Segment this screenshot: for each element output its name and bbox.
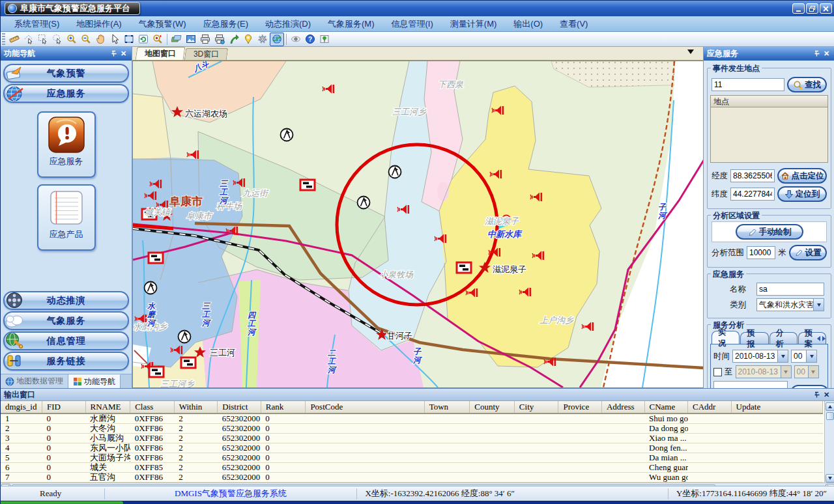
element-filter-box[interactable] [713,381,788,388]
nav-group-应急服务[interactable]: 应急服务 [3,84,129,103]
toolbar-scene-button[interactable] [184,33,198,46]
location-list-header[interactable]: 地点 [710,95,828,107]
column-header-Address[interactable]: Address [601,401,644,413]
pin-icon[interactable] [109,49,119,59]
menu-item-7[interactable]: 测量计算(M) [442,17,506,31]
menu-item-3[interactable]: 应急服务(E) [195,17,257,31]
toolbar-layers-button[interactable] [169,33,184,46]
toolbar-placemark-button[interactable] [241,33,255,46]
table-row[interactable]: 10水磨沟0XFF8626523020000Shui mo gou [1,413,823,424]
minimize-button[interactable] [792,3,805,14]
toolbar-select-free-button[interactable] [50,33,65,46]
table-row[interactable]: 30小马厩沟0XFF8626523020000Xiao ma ... [1,434,823,443]
table-row[interactable]: 70五官沟0XFF8626523020000Wu guan gou [1,473,823,483]
latitude-input[interactable] [730,188,775,201]
menu-item-9[interactable]: 查看(V) [551,17,596,31]
column-header-FID[interactable]: FID [42,401,85,413]
column-header-dmgis_id[interactable]: dmgis_id [1,401,42,413]
column-header-Provice[interactable]: Provice [558,401,602,413]
analysis-range-input[interactable] [747,246,775,259]
map-tab-dropdown-icon[interactable] [687,49,694,57]
output-vertical-scrollbar[interactable] [824,401,834,483]
column-header-CAddr[interactable]: CAddr [688,401,732,413]
nav-group-气象服务[interactable]: 气象服务 [3,311,129,330]
column-header-District[interactable]: District [218,401,261,413]
service-name-input[interactable] [756,283,824,296]
table-row[interactable]: 60城关0XFF8526523020000Cheng guan [1,463,823,473]
hour-combo[interactable]: 00 [791,350,817,363]
toolbar-print-color-button[interactable] [212,33,227,46]
menu-item-4[interactable]: 动态推演(D) [257,17,319,31]
column-header-Rank[interactable]: Rank [261,401,306,413]
service-type-combo[interactable]: 气象和洪水灾害 [756,298,824,311]
menu-item-0[interactable]: 系统管理(S) [6,17,68,31]
map-canvas[interactable]: 八斗六运湖农场三工河乡下西泉九运街阜康市城关镇阜康市种牛场滋泥泉子中新水库滋泥泉… [132,61,703,388]
toolbar-arrow-green-button[interactable] [227,33,241,46]
location-search-input[interactable] [712,78,784,91]
column-header-Update[interactable]: Update [731,401,822,413]
column-header-Town[interactable]: Town [424,401,470,413]
menu-item-1[interactable]: 地图操作(A) [68,17,130,31]
toolbar-globe-button[interactable] [270,33,284,46]
to-date-checkbox[interactable] [713,368,722,376]
toolbar-ruler-button[interactable] [7,33,22,46]
nav-tab-功能导航[interactable]: 功能导航 [68,374,121,388]
column-header-RNAME[interactable]: RNAME [85,401,130,413]
nav-group-气象预警[interactable]: 气象预警 [3,64,129,83]
menu-item-6[interactable]: 信息管理(I) [383,17,442,31]
menu-item-8[interactable]: 输出(O) [505,17,551,31]
column-header-Class[interactable]: Class [130,401,175,413]
nav-tab-地图数据管理[interactable]: 地图数据管理 [1,374,68,388]
nav-group-动态推演[interactable]: 动态推演 [3,291,129,310]
toolbar-extent-button[interactable] [122,33,136,46]
toolbar-tree-button[interactable] [317,33,332,46]
column-header-Within[interactable]: Within [174,401,218,413]
map-tab-地图窗口[interactable]: 地图窗口 [136,47,186,60]
set-range-button[interactable]: 设置 [789,245,827,260]
toolbar-print-button[interactable] [198,33,212,46]
menu-item-2[interactable]: 气象预警(W) [130,17,195,31]
scroll-up-icon[interactable] [826,402,834,411]
locate-to-button[interactable]: 定位到 [777,186,827,202]
toolbar-eye-button[interactable] [289,33,303,46]
toolbar-zoom-out-button[interactable] [79,33,93,46]
longitude-input[interactable] [730,169,775,182]
restore-button[interactable] [806,3,818,14]
chevron-down-icon[interactable] [806,350,816,362]
location-list[interactable] [710,107,828,163]
analysis-tab-预报[interactable]: 预报 [740,332,768,344]
tab-scroll-left-icon[interactable] [814,335,820,342]
nav-group-信息管理[interactable]: 信息管理 [3,331,129,350]
close-icon[interactable]: ✕ [822,49,831,59]
toolbar-grip[interactable] [2,33,5,45]
tab-scroll-right-icon[interactable] [822,335,828,342]
toolbar-identify-button[interactable] [151,33,165,46]
nav-button-应急服务[interactable]: 应急服务 [37,111,96,178]
nav-group-服务链接[interactable]: 服务链接 [3,352,129,371]
toolbar-refresh-button[interactable] [136,33,151,46]
scrollbar-thumb[interactable] [826,412,834,420]
toolbar-help-button[interactable]: ? [303,33,317,46]
column-header-CName[interactable]: CName [644,401,688,413]
date-combo[interactable]: 2010-08-13 [732,350,788,363]
manual-draw-button[interactable]: 手动绘制 [736,224,803,240]
column-header-PostCode[interactable]: PostCode [306,401,424,413]
table-row[interactable]: 40东风一小队0XFF8626523020000Dong fen... [1,443,823,453]
toolbar-pointer-button[interactable] [108,33,122,46]
pin-icon[interactable] [812,49,822,59]
chevron-down-icon[interactable] [813,299,824,311]
map-tab-3D窗口[interactable]: 3D窗口 [184,48,229,60]
toolbar-select-rect-button[interactable] [36,33,50,46]
column-header-City[interactable]: City [514,401,558,413]
scroll-down-icon[interactable] [826,474,834,483]
analysis-tab-实况[interactable]: 实况 [712,331,740,344]
analysis-tab-分析[interactable]: 分析 [769,332,798,344]
column-header-County[interactable]: County [470,401,515,413]
toolbar-zoom-in-button[interactable] [65,33,79,46]
click-locate-button[interactable]: 点击定位 [777,168,827,184]
table-row[interactable]: 50大面场子沟0XFF8626523020000Da mian ... [1,453,823,463]
pin-icon[interactable] [812,390,822,399]
close-icon[interactable]: ✕ [119,49,128,59]
toolbar-select-edge-button[interactable] [22,33,36,46]
menu-item-5[interactable]: 气象服务(M) [319,17,383,31]
